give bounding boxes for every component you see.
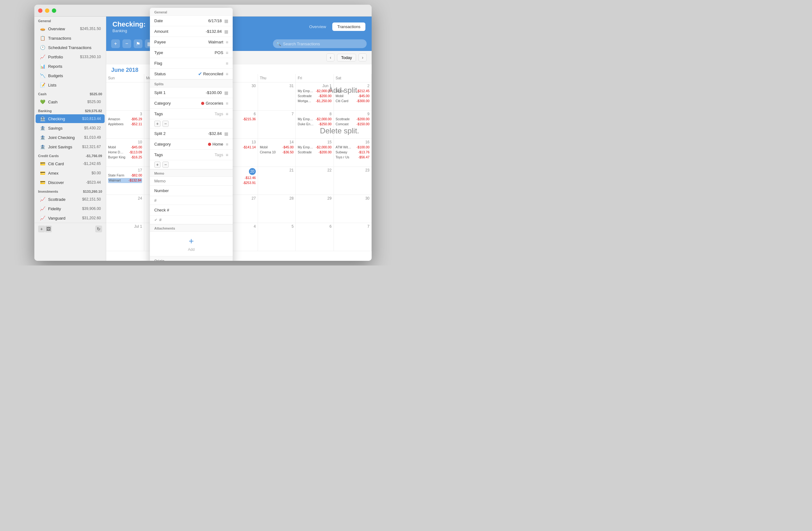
calendar-entry[interactable]: Amazon-$95.29 [108, 117, 142, 122]
calendar-entry[interactable]: Home D…-$113.09 [108, 150, 142, 155]
calendar-cell[interactable]: 7 [258, 111, 295, 139]
calendar-cell[interactable]: 15My Emp…-$2,000.00Scottrade-$200.00 [296, 139, 334, 167]
calendar-cell[interactable]: 30 [334, 195, 371, 223]
split2-cal-icon[interactable]: ▦ [224, 131, 228, 136]
sidebar-item-joint-checking[interactable]: 🏦 Joint Checking $1,010.49 [35, 133, 105, 142]
calendar-entry[interactable]: State Farm-$82.00 [108, 173, 142, 178]
flag-lines-icon[interactable]: ≡ [226, 61, 228, 66]
status-lines-icon[interactable]: ≡ [226, 72, 228, 76]
calendar-cell[interactable]: 2Geico-$212.45Mobil-$45.00Citi Card-$300… [334, 83, 371, 111]
add-account-button[interactable]: + [38, 226, 45, 232]
calendar-entry[interactable]: Scottrade-$200.00 [336, 117, 369, 122]
calendar-entry[interactable]: Cinema 10-$36.50 [260, 150, 293, 155]
sidebar-item-budgets[interactable]: 📉 Budgets [35, 71, 105, 80]
calendar-cell[interactable]: 5 [258, 223, 295, 251]
next-month-button[interactable]: › [359, 54, 367, 61]
sidebar-item-vanguard[interactable]: 📈 Vanguard $31,202.60 [35, 214, 105, 223]
calendar-cell[interactable]: 10Mobil-$45.00Home D…-$113.09Burger King… [106, 139, 144, 167]
calendar-cell[interactable]: 17State Farm-$82.00Walmart-$132.84 [106, 167, 144, 195]
calendar-icon[interactable]: ▦ [224, 18, 228, 24]
calendar-cell[interactable]: 16ATM Wit…-$100.00Subway-$13.76Toys r Us… [334, 139, 371, 167]
calendar-entry[interactable]: Scottrade-$200.00 [298, 94, 331, 99]
calendar-cell[interactable]: 28 [258, 195, 295, 223]
split1-cal-icon[interactable]: ▦ [224, 90, 228, 95]
sidebar-item-savings[interactable]: 🏦 Savings $5,430.22 [35, 124, 105, 132]
calendar-cell[interactable] [106, 83, 144, 111]
calendar-cell[interactable]: 9Scottrade-$200.00Comcast-$150.00 [334, 111, 371, 139]
sidebar-item-reports[interactable]: 📊 Reports [35, 62, 105, 71]
calendar-entry[interactable]: My Emp…-$2,000.00 [298, 89, 331, 94]
add-attachment-button[interactable]: + [154, 236, 228, 246]
tags2-lines-icon[interactable]: ≡ [226, 153, 228, 157]
image-button[interactable]: 🖼 [45, 226, 52, 232]
remove-split1-button[interactable]: − [162, 120, 169, 127]
number-input[interactable] [154, 198, 228, 203]
calendar-cell[interactable]: 29 [296, 195, 334, 223]
calendar-entry[interactable]: ATM Wit…-$100.00 [336, 145, 369, 150]
memo-input[interactable] [154, 179, 228, 183]
add-split2-button[interactable]: + [154, 161, 161, 168]
calendar-cell[interactable]: 3Amazon-$95.29Applebees-$52.11 [106, 111, 144, 139]
close-button[interactable] [38, 9, 42, 13]
sidebar-item-lists[interactable]: 📝 Lists [35, 81, 105, 89]
sidebar-item-joint-savings[interactable]: 🏦 Joint Savings $12,321.67 [35, 142, 105, 151]
calendar-entry[interactable]: Scottrade-$200.00 [298, 150, 331, 155]
sidebar-item-overview[interactable]: 🥧 Overview $245,351.50 [35, 24, 105, 33]
calendar-entry[interactable]: Mobil-$45.00 [336, 94, 369, 99]
calendar-entry[interactable]: Mortga…-$1,250.00 [298, 99, 331, 104]
calendar-entry[interactable]: Duke En…-$250.00 [298, 122, 331, 127]
calendar-entry[interactable]: Comcast-$150.00 [336, 122, 369, 127]
calendar-entry[interactable]: Mobil-$45.00 [108, 145, 142, 150]
sidebar-item-fidelity[interactable]: 📈 Fidelity $39,906.00 [35, 204, 105, 213]
calendar-cell[interactable]: 8My Emp…-$2,000.00Duke En…-$250.00 [296, 111, 334, 139]
calendar-cell[interactable]: 14Mobil-$45.00Cinema 10-$36.50 [258, 139, 295, 167]
calendar-entry[interactable]: Applebees-$52.11 [108, 122, 142, 127]
sidebar-item-citi[interactable]: 💳 Citi Card -$1,242.65 [35, 159, 105, 168]
calendar-entry[interactable]: Walmart-$132.84 [108, 178, 142, 183]
calendar-cell[interactable]: 31 [258, 83, 295, 111]
today-button[interactable]: Today [337, 54, 356, 61]
calendar-entry[interactable]: Toys r Us-$56.47 [336, 155, 369, 160]
sidebar-item-discover[interactable]: 💳 Discover -$523.44 [35, 178, 105, 187]
calendar-cell[interactable]: 7 [334, 223, 371, 251]
refresh-button[interactable]: ↻ [95, 226, 102, 232]
calendar-entry[interactable]: Burger King-$16.25 [108, 155, 142, 160]
payee-lines-icon[interactable]: ≡ [226, 40, 228, 45]
calendar-entry[interactable]: Citi Card-$300.00 [336, 99, 369, 104]
calendar-cell[interactable]: 23 [334, 167, 371, 195]
sidebar-item-amex[interactable]: 💳 Amex $0.00 [35, 169, 105, 177]
sidebar-item-portfolio[interactable]: 📈 Portfolio $133,260.10 [35, 53, 105, 61]
flag-button[interactable]: ⚑ [134, 39, 142, 48]
sidebar-item-scheduled[interactable]: 🕐 Scheduled Transactions [35, 43, 105, 52]
calendar-entry[interactable]: My Emp…-$2,000.00 [298, 117, 331, 122]
calendar-entry[interactable]: Mobil-$45.00 [260, 145, 293, 150]
remove-split2-button[interactable]: − [162, 161, 169, 168]
add-transaction-button[interactable]: + [111, 39, 120, 48]
sidebar-item-checking[interactable]: 🏦 Checking $10,813.44 [35, 114, 105, 123]
tab-overview[interactable]: Overview [304, 23, 331, 31]
minimize-button[interactable] [45, 9, 49, 13]
type-lines-icon[interactable]: ≡ [226, 50, 228, 55]
tab-transactions[interactable]: Transactions [332, 23, 365, 31]
cat2-lines-icon[interactable]: ≡ [226, 142, 228, 147]
calendar-entry[interactable]: Subway-$13.76 [336, 150, 369, 155]
sidebar-item-scottrade[interactable]: 📈 Scottrade $62,151.50 [35, 195, 105, 204]
calendar-cell[interactable]: 6 [296, 223, 334, 251]
calendar-entry[interactable]: My Emp…-$2,000.00 [298, 145, 331, 150]
add-split1-button[interactable]: + [154, 120, 161, 127]
sidebar-item-cash[interactable]: 💚 Cash $525.00 [35, 98, 105, 106]
prev-month-button[interactable]: ‹ [327, 54, 334, 61]
sidebar-item-transactions[interactable]: 📋 Transactions [35, 34, 105, 42]
maximize-button[interactable] [52, 9, 56, 13]
remove-transaction-button[interactable]: − [122, 39, 131, 48]
calendar-cell[interactable]: 22 [296, 167, 334, 195]
calendar-cell[interactable]: Jun 1My Emp…-$2,000.00Scottrade-$200.00M… [296, 83, 334, 111]
tags1-lines-icon[interactable]: ≡ [226, 112, 228, 116]
check-input[interactable] [159, 217, 228, 222]
cat1-lines-icon[interactable]: ≡ [226, 101, 228, 106]
calendar-cell[interactable]: 21 [258, 167, 295, 195]
amount-icon[interactable]: ▦ [224, 29, 228, 34]
calendar-cell[interactable]: 24 [106, 195, 144, 223]
calendar-cell[interactable]: Jul 1 [106, 223, 144, 251]
search-input[interactable] [283, 42, 364, 46]
